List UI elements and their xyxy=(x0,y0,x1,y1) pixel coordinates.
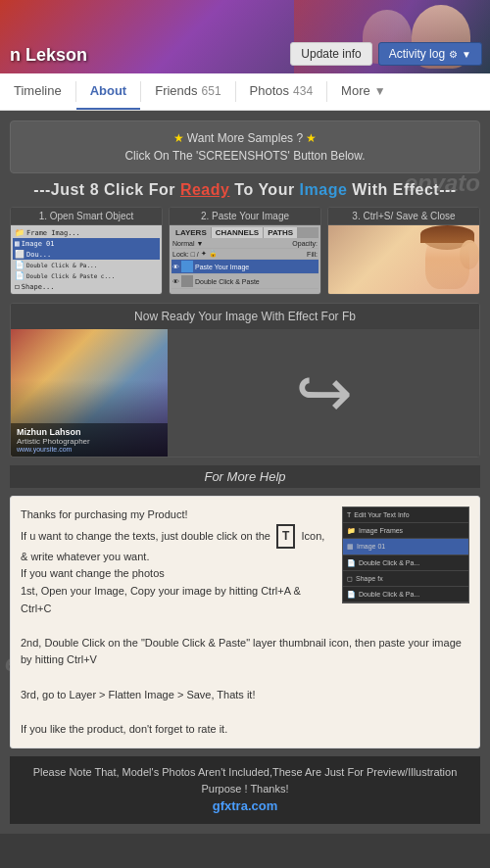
step-3: 3. Ctrl+S/ Save & Close xyxy=(327,207,480,295)
step-3-content xyxy=(328,225,479,294)
nav-label-photos: Photos xyxy=(250,83,289,98)
lock-icons: ✦ 🔒 xyxy=(201,250,218,258)
step-1-label: 1. Open Smart Object xyxy=(11,208,162,225)
step-2: 2. Paste Your Image LAYERS CHANNELS PATH… xyxy=(169,207,321,295)
lock-label: Lock: □ / xyxy=(172,251,199,258)
ps-row-dclick: 📄 Double Click & Pa... xyxy=(13,260,160,270)
steps-row: 1. Open Smart Object 📁 Frame Imag... ▦ I… xyxy=(10,207,480,295)
frames-folder-icon: 📁 xyxy=(347,525,356,536)
instructions-right-panel: T Edit Your Text Info 📁 Image Frames ▦ I… xyxy=(342,506,469,603)
channels-tab[interactable]: CHANNELS xyxy=(212,227,263,238)
step-2-label: 2. Paste Your Image xyxy=(170,208,320,225)
portrait-hand xyxy=(460,240,479,269)
preview-label: Now Ready Your Image With Effect For Fb xyxy=(11,304,479,329)
instructions-line7: If you like the product, don't forget to… xyxy=(21,721,469,739)
headline-click: Click For xyxy=(99,181,180,198)
layers-row-dclick[interactable]: 👁 Double Click & Paste xyxy=(172,274,318,289)
ps-row-dou: ⬜ Dou... xyxy=(13,249,160,260)
layers-header: LAYERS CHANNELS PATHS xyxy=(172,227,318,238)
gfxtra-label: gfxtra.com xyxy=(213,798,277,813)
main-content: envato envato ★ Want More Samples ? ★ Cl… xyxy=(0,111,490,834)
layers-row-paste[interactable]: 👁 Paste Your Image xyxy=(172,260,318,274)
profile-name: n Lekson xyxy=(10,45,87,66)
fb-card-overlay: Mizhun Lahson Artistic Photographer www.… xyxy=(11,423,168,457)
headline-suffix: With Effect--- xyxy=(347,181,456,198)
layer-thumb2 xyxy=(181,275,193,287)
image01-label: Image 01 xyxy=(357,541,385,552)
shape-fx-label: Shape fx xyxy=(356,573,383,584)
layers-body: Normal ▼ Opacity: Lock: □ / ✦ 🔒 Fill: 👁 … xyxy=(172,239,318,289)
ps-thumb-icon2: 📄 xyxy=(15,271,24,280)
star-icon-left: ★ xyxy=(173,131,184,145)
preview-fb-card: Mizhun Lahson Artistic Photographer www.… xyxy=(11,329,168,457)
nav-item-about[interactable]: About xyxy=(76,73,141,110)
nav-item-timeline[interactable]: Timeline xyxy=(0,73,75,110)
smart-icon: ⬜ xyxy=(15,250,24,259)
chevron-down-icon: ▼ xyxy=(462,49,471,60)
fb-card-url: www.yoursite.com xyxy=(17,446,162,453)
right-panel-dclick2: 📄 Double Click & Pa... xyxy=(343,587,468,603)
portrait-bg xyxy=(328,225,479,294)
headline-image: Image xyxy=(300,181,348,198)
nav-item-friends[interactable]: Friends 651 xyxy=(141,73,234,110)
nav-label-timeline: Timeline xyxy=(14,83,62,98)
paths-tab[interactable]: PATHS xyxy=(264,227,297,238)
right-panel-header: T Edit Your Text Info xyxy=(343,507,468,523)
ps-frame-label: Frame Imag... xyxy=(26,229,80,237)
ps-shape-label: Shape... xyxy=(22,283,55,291)
layers-tab[interactable]: LAYERS xyxy=(172,227,211,238)
layer-thumb xyxy=(181,261,193,272)
layer-icon: ▦ xyxy=(15,239,20,248)
cover-photo: n Lekson Update info Activity log ⚙ ▼ xyxy=(0,0,490,73)
headline-prefix: ---Just xyxy=(33,181,89,198)
step-2-content: LAYERS CHANNELS PATHS Normal ▼ Opacity: … xyxy=(170,225,320,294)
mode-arrow: ▼ xyxy=(197,240,204,247)
opacity-row: Normal ▼ Opacity: xyxy=(172,239,318,249)
fb-card-role: Artistic Photographer xyxy=(17,437,162,446)
headline-ready: Ready xyxy=(180,181,230,198)
dclick-icon: 📄 xyxy=(347,557,356,568)
edit-text-label: Edit Your Text Info xyxy=(354,509,409,520)
t-icon: T xyxy=(276,524,295,549)
activity-log-button[interactable]: Activity log ⚙ ▼ xyxy=(378,42,482,66)
ps-row-dclick2: 📄 Double Click & Paste c... xyxy=(13,270,160,281)
headline-number: 8 xyxy=(90,181,99,198)
lock-row: Lock: □ / ✦ 🔒 Fill: xyxy=(172,249,318,260)
ps-image-label: Image 01 xyxy=(22,240,55,248)
ps-dclick-label: Double Click & Pa... xyxy=(26,262,97,268)
nav-label-about: About xyxy=(90,83,127,98)
step-3-label: 3. Ctrl+S/ Save & Close xyxy=(328,208,479,225)
promo-banner: ★ Want More Samples ? ★ Click On The 'SC… xyxy=(10,121,480,173)
dclick-layer-label: Double Click & Paste xyxy=(195,278,260,285)
photos-badge: 434 xyxy=(293,84,313,98)
friends-badge: 651 xyxy=(202,84,221,98)
headline: ---Just 8 Click For Ready To Your Image … xyxy=(10,181,480,199)
mode-label: Normal xyxy=(172,240,195,247)
gear-icon: ⚙ xyxy=(449,49,458,60)
ps-row-frame: 📁 Frame Imag... xyxy=(13,227,160,238)
nav-bar: Timeline About Friends 651 Photos 434 Mo… xyxy=(0,73,490,111)
ps-row-image01: ▦ Image 01 xyxy=(13,238,160,249)
edit-text-icon: T xyxy=(347,509,351,520)
footer-text: Please Note That, Model's Photos Aren't … xyxy=(22,764,468,796)
for-more-help-label: For More Help xyxy=(10,465,480,488)
eye-icon: 👁 xyxy=(172,264,179,270)
instructions-line5: 2nd, Double Click on the "Double Click &… xyxy=(21,635,469,669)
more-chevron: ▼ xyxy=(374,84,386,98)
activity-log-label: Activity log xyxy=(389,47,445,61)
nav-item-more[interactable]: More ▼ xyxy=(327,73,400,110)
headline-to-your: To Your xyxy=(229,181,299,198)
nav-item-photos[interactable]: Photos 434 xyxy=(236,73,327,110)
right-panel-frames: 📁 Image Frames xyxy=(343,523,468,539)
step-1: 1. Open Smart Object 📁 Frame Imag... ▦ I… xyxy=(10,207,163,295)
frames-label: Image Frames xyxy=(359,525,403,536)
ps-thumb-icon: 📄 xyxy=(15,261,24,269)
promo-line1: ★ Want More Samples ? ★ xyxy=(21,129,469,147)
shape-fx-icon: ◻ xyxy=(347,573,353,584)
right-panel-dclick: 📄 Double Click & Pa... xyxy=(343,555,468,571)
ps-dclick2-label: Double Click & Paste c... xyxy=(26,272,115,279)
dclick2-label: Double Click & Pa... xyxy=(359,589,419,600)
folder-icon: 📁 xyxy=(15,228,24,237)
update-info-button[interactable]: Update info xyxy=(290,42,371,66)
nav-label-more: More xyxy=(341,83,370,98)
